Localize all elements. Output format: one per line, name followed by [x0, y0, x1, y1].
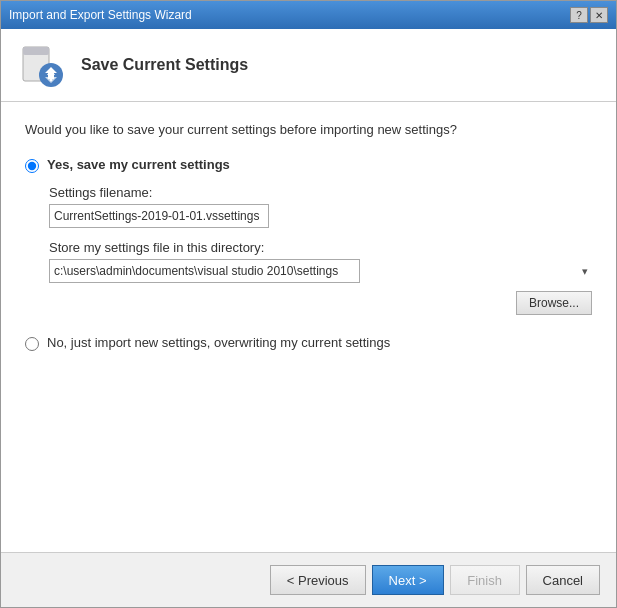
yes-option: Yes, save my current settings: [25, 157, 592, 173]
wizard-icon: [17, 41, 65, 89]
yes-option-label: Yes, save my current settings: [47, 157, 230, 172]
close-button[interactable]: ✕: [590, 7, 608, 23]
dir-dropdown[interactable]: c:\users\admin\documents\visual studio 2…: [49, 259, 360, 283]
filename-label: Settings filename:: [49, 185, 592, 200]
title-bar: Import and Export Settings Wizard ? ✕: [1, 1, 616, 29]
page-title: Save Current Settings: [81, 56, 248, 74]
dir-row: c:\users\admin\documents\visual studio 2…: [49, 259, 592, 283]
header-section: Save Current Settings: [1, 29, 616, 102]
question-text: Would you like to save your current sett…: [25, 122, 592, 137]
window-title: Import and Export Settings Wizard: [9, 8, 192, 22]
previous-button[interactable]: < Previous: [270, 565, 366, 595]
footer-section: < Previous Next > Finish Cancel: [1, 552, 616, 607]
help-button[interactable]: ?: [570, 7, 588, 23]
no-option-label: No, just import new settings, overwritin…: [47, 335, 390, 350]
wizard-window: Import and Export Settings Wizard ? ✕: [0, 0, 617, 608]
finish-button[interactable]: Finish: [450, 565, 520, 595]
yes-radio[interactable]: [25, 159, 39, 173]
next-button[interactable]: Next >: [372, 565, 444, 595]
cancel-button[interactable]: Cancel: [526, 565, 600, 595]
yes-sub-options: Settings filename: Store my settings fil…: [49, 185, 592, 315]
dir-dropdown-wrapper: c:\users\admin\documents\visual studio 2…: [49, 259, 592, 283]
filename-input[interactable]: [49, 204, 269, 228]
title-bar-controls: ? ✕: [570, 7, 608, 23]
content-area: Would you like to save your current sett…: [1, 102, 616, 552]
svg-rect-1: [23, 47, 49, 55]
dir-label: Store my settings file in this directory…: [49, 240, 592, 255]
no-radio[interactable]: [25, 337, 39, 351]
browse-button[interactable]: Browse...: [516, 291, 592, 315]
no-option: No, just import new settings, overwritin…: [25, 335, 592, 351]
